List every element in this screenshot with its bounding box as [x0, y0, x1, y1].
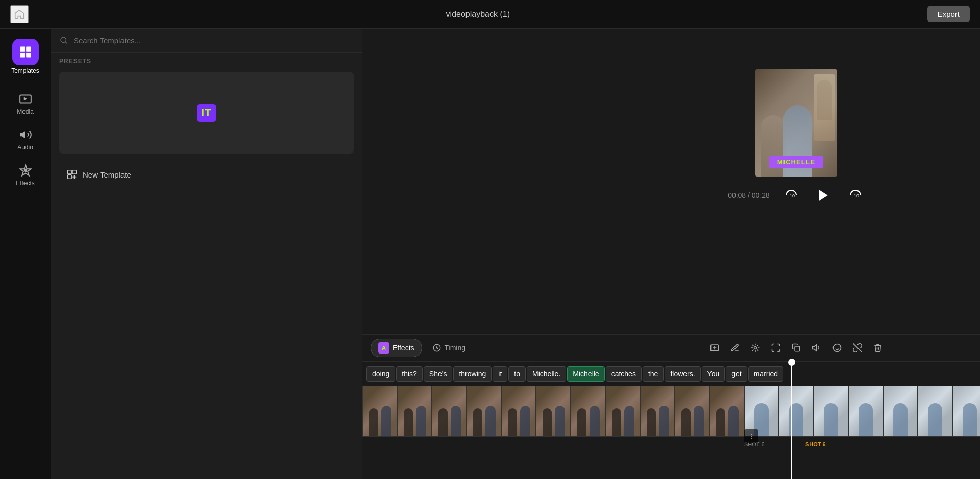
sidebar-item-audio[interactable]: Audio [5, 122, 46, 156]
svg-point-19 [436, 347, 437, 348]
strip-menu-button[interactable]: ⋮ [744, 429, 758, 443]
svg-marker-5 [20, 131, 25, 138]
timeline-area: doingthis?She'sthrowingittoMichelle.Mich… [362, 362, 980, 479]
play-button[interactable] [813, 185, 834, 206]
video-strip-frame [397, 386, 432, 437]
sidebar-audio-label: Audio [17, 144, 33, 151]
tab-timing[interactable]: Timing [425, 340, 473, 356]
subtitle-track: doingthis?She'sthrowingittoMichelle.Mich… [362, 362, 980, 386]
expand-button[interactable] [767, 339, 785, 357]
video-strip-frame [501, 386, 536, 437]
svg-rect-2 [20, 53, 24, 57]
sidebar-media-label: Media [17, 108, 34, 115]
text-add-button[interactable] [706, 339, 723, 357]
preset-badge: IT [197, 104, 217, 122]
preview-area: MICHELLE 00:08 / 00:28 10 [362, 29, 980, 334]
home-button[interactable] [10, 5, 29, 23]
export-button[interactable]: Export [927, 6, 970, 22]
rewind-button[interactable]: 10 [782, 186, 800, 205]
preset-card[interactable]: IT [59, 72, 354, 154]
sidebar-item-effects[interactable]: Effects [5, 158, 46, 192]
video-strip-frame [675, 386, 709, 437]
new-template-button[interactable]: New Template [59, 164, 354, 185]
video-strip-frame [362, 386, 397, 437]
search-input[interactable] [74, 36, 354, 45]
link-off-button[interactable] [849, 339, 866, 357]
video-preview-frame: MICHELLE [755, 69, 837, 177]
edit-pen-button[interactable] [726, 339, 744, 357]
video-caption-bar[interactable]: MICHELLE [772, 156, 820, 168]
svg-rect-10 [68, 175, 71, 179]
svg-text:10: 10 [854, 193, 859, 198]
svg-marker-16 [819, 190, 828, 201]
sparkle-button[interactable] [747, 339, 764, 357]
playback-controls: 00:08 / 00:28 10 10 [728, 185, 865, 206]
svg-point-7 [61, 37, 66, 43]
presets-label: PRESETS [51, 53, 362, 68]
svg-point-24 [834, 344, 841, 352]
subtitle-word[interactable]: to [508, 366, 526, 382]
subtitle-word[interactable]: doing [366, 366, 395, 382]
subtitle-word[interactable]: this? [396, 366, 423, 382]
sidebar: Templates Media Audio [0, 29, 51, 479]
subtitle-word[interactable]: She's [424, 366, 453, 382]
caption-handle-left [769, 156, 773, 168]
shot-label-area: SHOT 6 SHOT 6 [362, 437, 980, 452]
effects-icon [18, 163, 33, 178]
video-strip-frame [952, 386, 980, 437]
video-strip-frame [814, 386, 848, 437]
svg-text:10: 10 [790, 193, 795, 198]
effects-tab-label: Effects [393, 344, 414, 352]
forward-button[interactable]: 10 [846, 186, 865, 205]
toolbar: A Effects Timing [362, 334, 980, 362]
search-bar [51, 29, 362, 53]
tab-effects[interactable]: A Effects [371, 339, 422, 357]
sidebar-item-media[interactable]: Media [5, 87, 46, 120]
video-strip-frame [640, 386, 675, 437]
subtitle-word[interactable]: the [643, 366, 664, 382]
timing-icon [432, 343, 442, 352]
svg-point-6 [23, 169, 27, 172]
video-frame: MICHELLE [755, 69, 837, 177]
svg-rect-3 [26, 53, 31, 57]
subtitle-word[interactable]: Michelle [567, 366, 604, 382]
emoji-button[interactable] [828, 339, 846, 357]
video-strip-frame [571, 386, 605, 437]
video-strip-frame [709, 386, 744, 437]
main-area: Templates Media Audio [0, 29, 980, 479]
subtitle-word[interactable]: throwing [453, 366, 492, 382]
duplicate-button[interactable] [788, 339, 805, 357]
timing-tab-label: Timing [445, 344, 466, 352]
shot-label-6: SHOT 6 [805, 441, 826, 447]
video-strip-frame [883, 386, 918, 437]
sidebar-templates-label: Templates [11, 67, 39, 74]
left-panel: PRESETS IT New Template [51, 29, 362, 479]
svg-rect-22 [795, 346, 800, 351]
video-strip-frame [536, 386, 571, 437]
subtitle-word[interactable]: flowers. [665, 366, 700, 382]
video-strip-frame [918, 386, 952, 437]
subtitle-word[interactable]: Michelle. [527, 366, 566, 382]
templates-icon-box [12, 39, 39, 65]
delete-button[interactable] [869, 339, 887, 357]
center-area: MICHELLE 00:08 / 00:28 10 [362, 29, 980, 479]
new-template-label: New Template [83, 170, 131, 179]
subtitle-word[interactable]: You [702, 366, 725, 382]
svg-rect-0 [20, 47, 24, 52]
sidebar-effects-label: Effects [16, 180, 34, 187]
subtitle-word[interactable]: catches [606, 366, 642, 382]
subtitle-word[interactable]: get [726, 366, 747, 382]
top-bar: videoplayback (1) Export [0, 0, 980, 29]
volume-button[interactable] [808, 339, 825, 357]
subtitle-word[interactable]: married [748, 366, 783, 382]
svg-point-21 [754, 347, 757, 349]
caption-handle-right [819, 156, 823, 168]
sidebar-item-templates[interactable]: Templates [5, 34, 46, 80]
document-title: videoplayback (1) [446, 10, 510, 19]
new-template-icon [66, 169, 78, 180]
audio-icon [18, 128, 33, 142]
time-display: 00:08 / 00:28 [728, 191, 770, 199]
media-icon [18, 92, 33, 106]
subtitle-word[interactable]: it [493, 366, 507, 382]
search-icon [59, 36, 68, 45]
